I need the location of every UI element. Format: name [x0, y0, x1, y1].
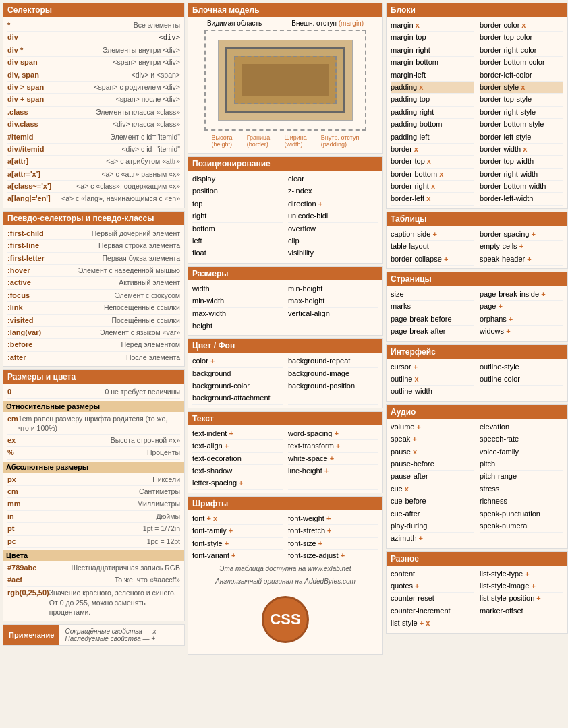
prop-bg: background: [192, 368, 283, 380]
note-section: Примечание Сокращённые свойства — x Насл…: [3, 624, 185, 646]
pt-row: pt 1pt = 1/72in: [7, 523, 180, 535]
percent-row: % Проценты: [7, 447, 180, 459]
prop-counter-increment: counter-increment: [391, 605, 474, 617]
blocks-grid: margin x border-color x margin-top borde…: [391, 20, 563, 206]
selector-div: div: [7, 32, 18, 42]
prop-clear: clear: [288, 173, 378, 185]
prop-float: float: [192, 247, 283, 260]
prop-border-bottom-color: border-bottom-color: [480, 57, 563, 69]
prop-list-style-position: list-style-position +: [480, 593, 563, 605]
prop-outline-style: outline-style: [480, 361, 563, 373]
cm-row: cm Сантиметры: [7, 486, 180, 498]
selector-div-star: div *: [7, 45, 23, 55]
pseudo-before-sel: :before: [7, 340, 32, 350]
pseudo-first-line-sel: :first-line: [7, 241, 39, 251]
ex-val: ex: [7, 435, 16, 446]
blocks-header: Блоки: [387, 3, 567, 17]
selector-divid: div#itemid: [7, 144, 44, 154]
audio-grid: volume + elevation speak + speech-rate p…: [391, 421, 563, 545]
prop-border-left-style: border-left-style: [480, 131, 563, 144]
pseudo-hover: :hover Элемент с наведённой мышью: [7, 265, 180, 277]
prop-text-decoration: text-decoration: [192, 453, 283, 465]
prop-speak-numeral: speak-numeral: [480, 520, 563, 533]
selector-divid-desc: <div> c id="itemid": [121, 144, 180, 154]
ex-desc: Высота строчной «x»: [111, 435, 180, 446]
pseudo-body: :first-child Первый дочерний элемент :fi…: [3, 225, 184, 366]
prop-bg-color: background-color: [192, 380, 283, 392]
pt-desc: 1pt = 1/72in: [143, 524, 180, 534]
prop-color: color +: [192, 355, 283, 367]
interface-section: Интерфейс cursor + outline-style outline…: [386, 344, 568, 402]
prop-speech-rate: speech-rate: [480, 433, 563, 446]
selector-row-star: * Все элементы: [7, 20, 180, 32]
pseudo-header: Псевдо-селекторы и псевдо-классы: [3, 212, 184, 225]
pseudo-first-child-desc: Первый дочерний элемент: [92, 229, 180, 239]
selector-div-comma-span-desc: <div> и <span>: [132, 70, 180, 80]
prop-border-left-color: border-left-color: [480, 69, 563, 82]
selector-attrval: a[attr='x']: [7, 169, 40, 179]
rgb-val: rgb(0,25,50): [7, 588, 49, 617]
selector-row-divclass: div.class <div> класса «class»: [7, 119, 180, 131]
prop-audio-empty: [480, 533, 563, 545]
prop-pitch: pitch: [480, 458, 563, 471]
prop-border-bottom: border-bottom x: [391, 169, 474, 181]
prop-empty-cells: empty-cells +: [480, 241, 563, 253]
pseudo-after: :after После элемента: [7, 352, 180, 363]
zero-desc: 0 не требует величины: [105, 387, 180, 397]
colors-header: Цвета: [3, 550, 184, 561]
pages-section: Страницы size page-break-inside + marks …: [386, 272, 568, 342]
tables-header: Таблицы: [387, 212, 567, 226]
prop-border-right-width: border-right-width: [480, 169, 563, 181]
relative-header: Относительные размеры: [3, 401, 184, 412]
pseudo-focus: :focus Элемент с фокусом: [7, 290, 180, 302]
prop-bg-attach: background-attachment: [192, 392, 283, 404]
prop-min-height: min-height: [288, 283, 378, 295]
prop-border-width: border-width x: [480, 144, 563, 156]
cm-val: cm: [7, 487, 18, 497]
hex6-val: #789abc: [7, 563, 36, 573]
fonts-section: Шрифты font + x font-weight + font-famil…: [188, 496, 383, 655]
prop-border-right-style: border-right-style: [480, 107, 563, 119]
in-desc: Дюймы: [156, 512, 180, 522]
prop-orphans: orphans +: [480, 313, 563, 326]
prop-cursor: cursor +: [391, 361, 474, 373]
selector-adj-desc: <span> после <div>: [116, 94, 180, 104]
zero-row: 0 0 не требует величины: [7, 386, 180, 398]
prop-width: width: [192, 283, 283, 295]
selector-row-attr: a[attr] <a> с атрибутом «attr»: [7, 156, 180, 168]
prop-elevation: elevation: [480, 421, 563, 433]
sizes-colors-body: 0 0 не требует величины Относительные ра…: [3, 384, 184, 621]
selector-row-lang: a[lang|='en'] <a> с «lang», начинающимся…: [7, 193, 180, 204]
prop-border-top-width: border-top-width: [480, 156, 563, 168]
width-label: Ширина(width): [284, 134, 306, 148]
prop-font-stretch: font-stretch +: [288, 525, 378, 537]
prop-font-weight: font-weight +: [288, 513, 378, 525]
absolute-header: Абсолютные размеры: [3, 462, 184, 473]
block-model-section: Блочная модель Видимая область Внешн. от…: [188, 3, 383, 154]
selector-div-desc: <div>: [159, 32, 180, 42]
prop-font: font + x: [192, 513, 283, 525]
interface-header: Интерфейс: [387, 345, 567, 359]
prop-text-transform: text-transform +: [288, 440, 378, 452]
prop-pause-after: pause-after: [391, 471, 474, 483]
selector-id: #itemid: [7, 132, 34, 142]
prop-height: height: [192, 320, 283, 332]
prop-text-shadow: text-shadow: [192, 465, 283, 477]
prop-font-size: font-size +: [288, 538, 378, 550]
selector-lang: a[lang|='en']: [7, 193, 51, 204]
zero-val: 0: [7, 387, 11, 397]
fonts-header: Шрифты: [188, 497, 382, 510]
prop-padding: padding x: [391, 82, 474, 94]
selectors-header: Селекторы: [3, 3, 184, 17]
em-val: em: [7, 414, 18, 433]
prop-speak-header: speak-header +: [480, 253, 563, 266]
selector-row-div-star: div * Элементы внутри <div>: [7, 44, 180, 57]
prop-max-width: max-width: [192, 308, 283, 320]
prop-page: page +: [480, 301, 563, 313]
prop-word-spacing: word-spacing +: [288, 428, 378, 440]
selector-row-divid: div#itemid <div> c id="itemid": [7, 144, 180, 156]
prop-page-break-inside: page-break-inside +: [480, 289, 563, 301]
pseudo-first-child-sel: :first-child: [7, 229, 44, 239]
prop-list-style-type: list-style-type +: [480, 568, 563, 580]
selector-divclass-desc: <div> класса «class»: [113, 119, 180, 129]
